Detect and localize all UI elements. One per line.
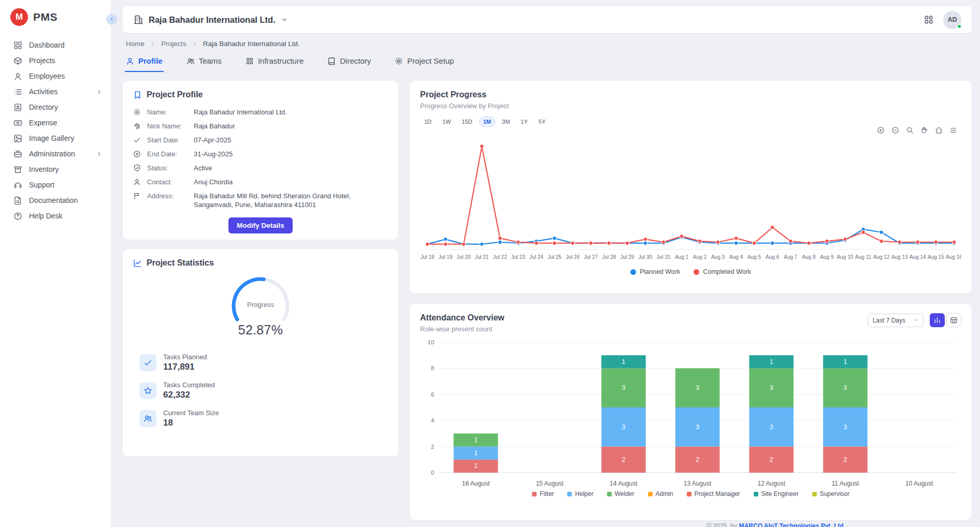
svg-text:2: 2 — [770, 456, 773, 463]
selection-zoom-icon[interactable] — [906, 126, 914, 134]
svg-text:1: 1 — [844, 358, 847, 365]
project-progress-line-chart[interactable]: Jul 18Jul 19Jul 20Jul 21Jul 22Jul 23Jul … — [420, 134, 961, 266]
legend-item[interactable]: Helper — [567, 490, 593, 497]
legend-item[interactable]: Completed Work — [694, 268, 751, 275]
stat-value: 62,332 — [163, 390, 215, 400]
company-link[interactable]: MARCO AIoT Technologies Pvt. Ltd. — [739, 522, 845, 527]
company-switcher[interactable]: Raja Bahadur International Ltd. — [133, 14, 288, 25]
svg-text:Jul 29: Jul 29 — [620, 254, 634, 260]
card-title: Attendance Overview — [420, 313, 505, 323]
svg-text:Jul 27: Jul 27 — [584, 254, 598, 260]
sidebar-item-documentation[interactable]: Documentation — [0, 193, 111, 208]
legend-item[interactable]: Fitter — [532, 490, 554, 497]
line-chart-legend: Planned WorkCompleted Work — [420, 268, 961, 275]
card-subtitle: Progress Overview by Project — [420, 102, 961, 110]
sidebar-item-inventory[interactable]: Inventory — [0, 162, 111, 177]
field-value: Raja Bahadur Mill Rd, behind Sheraton Gr… — [194, 192, 388, 209]
svg-text:Aug 15: Aug 15 — [928, 254, 944, 260]
sidebar-item-support[interactable]: Support — [0, 177, 111, 193]
svg-text:Aug 4: Aug 4 — [729, 254, 743, 260]
legend-item[interactable]: Admin — [648, 490, 673, 497]
table-view-button[interactable] — [946, 313, 961, 327]
chevron-down-icon — [281, 16, 288, 23]
svg-text:1: 1 — [770, 358, 773, 365]
tab-directory[interactable]: Directory — [326, 52, 372, 72]
svg-text:6: 6 — [431, 391, 434, 398]
attendance-bar-chart[interactable]: 024681016 August11115 August14 August233… — [420, 336, 961, 491]
app-logo[interactable]: M PMS — [0, 0, 111, 31]
field-label: Address: — [147, 192, 188, 200]
chevron-right-icon — [96, 89, 103, 95]
svg-text:3: 3 — [844, 423, 847, 431]
bar-view-button[interactable] — [930, 313, 945, 327]
svg-text:15 August: 15 August — [536, 480, 564, 487]
bar-chart-icon — [933, 316, 941, 324]
field-label: Status: — [147, 164, 188, 172]
range-1m[interactable]: 1M — [479, 116, 495, 127]
apps-grid-icon[interactable] — [924, 14, 934, 25]
dashboard-icon — [13, 41, 22, 50]
field-nick-name: Nick Name: Raja Bahadur — [133, 122, 388, 130]
employees-icon — [13, 72, 22, 81]
avatar-initials: AD — [947, 16, 957, 23]
chevron-left-icon — [109, 16, 115, 22]
reset-zoom-home-icon[interactable] — [935, 126, 943, 134]
app-root: M PMS Dashboard Projects Employees Activ… — [0, 0, 980, 527]
sidebar-item-projects[interactable]: Projects — [0, 53, 111, 68]
stat-tasks-planned: Tasks Planned 117,891 — [133, 353, 388, 372]
sidebar-item-dashboard[interactable]: Dashboard — [0, 37, 111, 53]
top-header: Raja Bahadur International Ltd. AD — [123, 6, 972, 33]
svg-text:3: 3 — [696, 423, 699, 431]
legend-item[interactable]: Supervisor — [812, 490, 849, 497]
modify-details-button[interactable]: Modify Details — [228, 217, 293, 233]
sidebar-item-expense[interactable]: Expense — [0, 115, 111, 130]
sidebar-item-directory[interactable]: Directory — [0, 99, 111, 115]
range-1y[interactable]: 1Y — [516, 116, 531, 127]
tab-profile[interactable]: Profile — [125, 52, 164, 72]
shield-icon — [133, 164, 141, 172]
breadcrumb-projects[interactable]: Projects — [161, 40, 186, 48]
legend-item[interactable]: Welder — [607, 490, 635, 497]
card-title: Project Statistics — [147, 258, 214, 268]
chevron-right-icon — [96, 151, 103, 157]
progress-gauge-arc — [228, 276, 293, 324]
zoom-out-icon[interactable] — [891, 126, 899, 134]
sidebar-item-image-gallery[interactable]: Image Gallery — [0, 130, 111, 146]
sidebar-item-administration[interactable]: Administration — [0, 146, 111, 162]
legend-item[interactable]: Site Engineer — [754, 490, 799, 497]
online-status-dot — [957, 24, 962, 29]
sidebar-item-label: Help Desk — [29, 212, 103, 220]
chart-menu-icon[interactable] — [949, 126, 957, 134]
svg-text:12 August: 12 August — [757, 480, 785, 487]
card-title: Project Profile — [147, 90, 203, 99]
gauge-value: 52.87% — [133, 323, 388, 338]
range-5y[interactable]: 5Y — [535, 116, 550, 127]
chevron-down-icon — [913, 317, 918, 323]
field-value: Active — [194, 164, 388, 172]
x-circle-icon — [133, 150, 141, 158]
check-icon — [133, 136, 141, 144]
sidebar-item-help-desk[interactable]: Help Desk — [0, 208, 111, 224]
range-1w[interactable]: 1W — [438, 116, 455, 127]
breadcrumb-home[interactable]: Home — [126, 40, 145, 48]
range-15d[interactable]: 15D — [458, 116, 477, 127]
pan-icon[interactable] — [920, 126, 928, 134]
tab-project-setup[interactable]: Project Setup — [394, 52, 455, 72]
zoom-in-icon[interactable] — [877, 126, 885, 134]
sidebar-item-label: Projects — [29, 56, 103, 65]
legend-item[interactable]: Project Manager — [687, 490, 740, 497]
user-avatar[interactable]: AD — [943, 11, 961, 29]
svg-text:3: 3 — [844, 384, 847, 391]
legend-item[interactable]: Planned Work — [630, 268, 680, 275]
tab-label: Profile — [138, 56, 163, 65]
sidebar-item-employees[interactable]: Employees — [0, 68, 111, 84]
svg-text:0: 0 — [431, 470, 434, 476]
range-1d[interactable]: 1D — [420, 116, 436, 127]
field-label: Contact: — [147, 178, 188, 186]
sidebar-collapse-button[interactable] — [107, 14, 117, 24]
tab-infrastructure[interactable]: Infrastructure — [244, 52, 305, 72]
date-range-select[interactable]: Last 7 Days — [868, 314, 924, 327]
range-3m[interactable]: 3M — [498, 116, 514, 127]
tab-teams[interactable]: Teams — [185, 52, 223, 72]
sidebar-item-activities[interactable]: Activities — [0, 84, 111, 99]
